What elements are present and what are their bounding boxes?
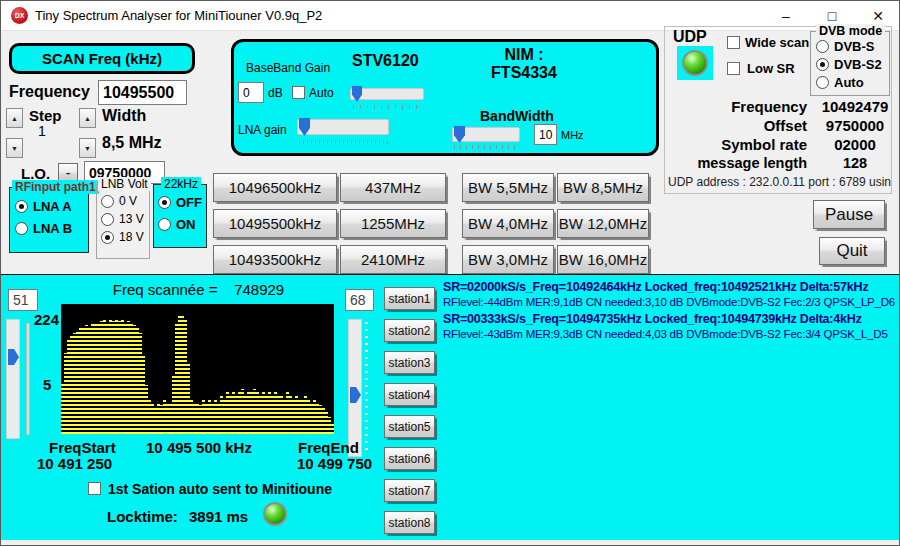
station2-button[interactable]: station2 bbox=[384, 319, 435, 342]
radio-icon[interactable] bbox=[816, 58, 829, 71]
udp-label: UDP bbox=[673, 28, 707, 46]
step-value: 1 bbox=[38, 123, 46, 139]
right-gain-slider[interactable] bbox=[348, 319, 362, 457]
station6-button[interactable]: station6 bbox=[384, 447, 435, 470]
left-gain-slider-thumb[interactable] bbox=[8, 349, 19, 365]
width-down-button[interactable]: ▼ bbox=[79, 138, 96, 158]
preset-band-button-1[interactable]: 437MHz bbox=[340, 173, 446, 202]
station1-button[interactable]: station1 bbox=[384, 287, 435, 310]
radio-18v[interactable]: 18 V bbox=[101, 230, 144, 244]
station8-button[interactable]: station8 bbox=[384, 511, 435, 534]
radio-icon[interactable] bbox=[158, 196, 171, 209]
khz22-caption: 22kHz bbox=[161, 177, 201, 191]
radio-dvb-auto[interactable]: Auto bbox=[816, 75, 864, 90]
radio-0v[interactable]: 0 V bbox=[101, 194, 137, 208]
radio-13v[interactable]: 13 V bbox=[101, 212, 144, 226]
radio-lna-a[interactable]: LNA A bbox=[15, 199, 72, 214]
auto-checkbox[interactable] bbox=[292, 86, 305, 99]
app-icon: DX bbox=[11, 7, 28, 24]
rf-input-group: RFinput path1 LNA A LNA B bbox=[9, 187, 89, 253]
station5-button[interactable]: station5 bbox=[384, 415, 435, 438]
step-down-button[interactable]: ▼ bbox=[6, 138, 23, 158]
baseband-gain-input[interactable]: 0 bbox=[238, 82, 264, 103]
status-row: Offset 9750000 bbox=[695, 117, 891, 136]
step-up-button[interactable]: ▲ bbox=[6, 108, 23, 128]
preset-bw-button-85[interactable]: BW 8,5MHz bbox=[557, 173, 649, 202]
preset-bw-button-40[interactable]: BW 4,0MHz bbox=[462, 209, 554, 238]
lnb-volt-caption: LNB Volt bbox=[98, 177, 151, 191]
width-up-button[interactable]: ▲ bbox=[79, 108, 96, 128]
radio-icon[interactable] bbox=[816, 40, 829, 53]
wide-scan-label: Wide scan bbox=[745, 35, 809, 50]
rf-input-caption: RFinput path1 bbox=[12, 180, 99, 194]
lna-gain-slider[interactable] bbox=[297, 119, 389, 135]
frequency-input[interactable]: 10495500 bbox=[98, 80, 187, 105]
radio-icon[interactable] bbox=[15, 222, 28, 235]
radio-dvb-s2[interactable]: DVB-S2 bbox=[816, 57, 882, 72]
tuner-panel: STV6120 NIM : FTS4334 BaseBand Gain 0 dB… bbox=[231, 39, 659, 156]
station3-button[interactable]: station3 bbox=[384, 351, 435, 374]
radio-22khz-off[interactable]: OFF bbox=[158, 195, 202, 210]
auto-send-checkbox[interactable] bbox=[88, 482, 101, 495]
preset-freq-button-1[interactable]: 10496500kHz bbox=[213, 173, 337, 202]
station-results: SR=02000kS/s_Freq=10492464kHz Locked_fre… bbox=[443, 280, 899, 344]
station7-button[interactable]: station7 bbox=[384, 479, 435, 502]
auto-send-label: 1st Sation auto sent to Minitioune bbox=[108, 481, 332, 497]
pause-button[interactable]: Pause bbox=[813, 200, 885, 229]
preset-band-button-3[interactable]: 2410MHz bbox=[340, 245, 446, 274]
radio-icon[interactable] bbox=[101, 231, 114, 244]
chip-label: STV6120 bbox=[352, 52, 419, 70]
right-gain-slider-thumb[interactable] bbox=[350, 387, 361, 403]
radio-icon[interactable] bbox=[816, 76, 829, 89]
nim-label-line1: NIM : bbox=[474, 46, 574, 64]
low-sr-checkbox[interactable] bbox=[727, 62, 740, 75]
left-gain-input[interactable]: 51 bbox=[8, 289, 38, 311]
y-min-label: 5 bbox=[43, 376, 51, 393]
baseband-gain-label: BaseBand Gain bbox=[246, 61, 330, 75]
radio-icon[interactable] bbox=[158, 218, 171, 231]
preset-bw-button-160[interactable]: BW 16,0MHz bbox=[557, 245, 649, 274]
radio-22khz-on[interactable]: ON bbox=[158, 217, 196, 232]
width-value: 8,5 MHz bbox=[102, 134, 162, 152]
freq-scanned-label: Freq scannée = bbox=[113, 281, 218, 298]
status-label: Symbol rate bbox=[721, 136, 807, 153]
locktime-led bbox=[263, 502, 287, 526]
left-gain-slider[interactable] bbox=[6, 319, 20, 439]
wide-scan-checkbox[interactable] bbox=[727, 36, 740, 49]
radio-dvb-s[interactable]: DVB-S bbox=[816, 39, 874, 54]
status-value: 9750000 bbox=[819, 117, 891, 134]
bandwidth-label: BandWidth bbox=[480, 108, 554, 124]
radio-lna-b[interactable]: LNA B bbox=[15, 221, 72, 236]
radio-icon[interactable] bbox=[101, 213, 114, 226]
width-label: Width bbox=[102, 107, 146, 125]
preset-band-button-2[interactable]: 1255MHz bbox=[340, 209, 446, 238]
preset-bw-button-55[interactable]: BW 5,5MHz bbox=[462, 173, 554, 202]
bandwidth-input[interactable]: 10 bbox=[534, 124, 557, 145]
quit-button[interactable]: Quit bbox=[819, 237, 885, 265]
lnb-volt-group: LNB Volt 0 V 13 V 18 V bbox=[96, 184, 150, 259]
preset-bw-button-120[interactable]: BW 12,0MHz bbox=[557, 209, 649, 238]
bandwidth-slider-ticks bbox=[454, 145, 516, 149]
radio-icon[interactable] bbox=[15, 200, 28, 213]
status-value: 10492479 bbox=[819, 98, 891, 115]
status-label: Frequency bbox=[731, 98, 807, 115]
freq-start-value: 10 491 250 bbox=[37, 455, 112, 472]
radio-label: LNA B bbox=[33, 221, 72, 236]
scan-freq-button[interactable]: SCAN Freq (kHz) bbox=[9, 43, 195, 74]
result1-line1: SR=02000kS/s_Freq=10492464kHz Locked_fre… bbox=[443, 280, 899, 296]
preset-freq-button-2[interactable]: 10495500kHz bbox=[213, 209, 337, 238]
auto-label: Auto bbox=[309, 86, 334, 100]
radio-label: Auto bbox=[834, 75, 864, 90]
spectrum-display bbox=[61, 304, 334, 434]
right-gain-input[interactable]: 68 bbox=[345, 289, 374, 311]
status-row: Symbol rate 02000 bbox=[695, 136, 891, 155]
preset-bw-button-30[interactable]: BW 3,0MHz bbox=[462, 245, 554, 274]
radio-icon[interactable] bbox=[101, 195, 114, 208]
status-value: 128 bbox=[819, 155, 891, 171]
center-freq-value: 10 495 500 kHz bbox=[139, 439, 259, 456]
dvb-mode-caption: DVB mode bbox=[816, 24, 885, 38]
preset-freq-button-3[interactable]: 10493500kHz bbox=[213, 245, 337, 274]
frequency-label: Frequency bbox=[9, 83, 90, 101]
station4-button[interactable]: station4 bbox=[384, 383, 435, 406]
lna-slider-ticks bbox=[299, 139, 389, 144]
